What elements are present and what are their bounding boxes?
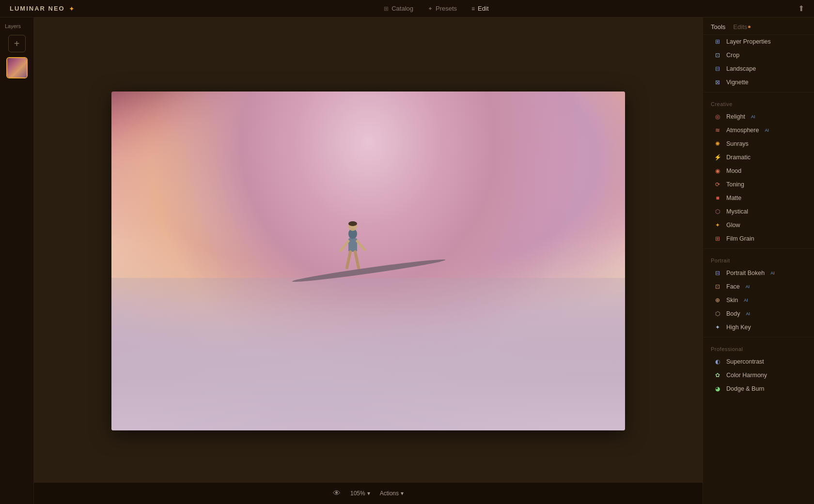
supercontrast-icon: ◐: [714, 358, 721, 366]
zoom-chevron-icon: ▾: [367, 490, 370, 497]
actions-label: Actions: [380, 490, 399, 497]
app-name: LUMINAR NEO: [10, 5, 65, 12]
matte-icon: ■: [714, 194, 721, 202]
image-canvas[interactable]: [111, 92, 625, 430]
skin-ai-badge: AI: [744, 298, 748, 303]
upload-icon[interactable]: ⬆: [798, 4, 804, 13]
right-sidebar-tabs: Tools Edits: [703, 17, 814, 35]
dodge-burn-icon: ◕: [714, 385, 721, 393]
edits-modified-dot: [748, 26, 751, 28]
creative-section-title: Creative: [711, 101, 733, 107]
tool-dramatic[interactable]: ⚡ Dramatic: [706, 151, 811, 164]
color-harmony-icon: ✿: [714, 371, 721, 379]
tool-skin[interactable]: ⊕ Skin AI: [706, 293, 811, 307]
landscape-icon: ⊟: [714, 65, 721, 73]
crop-icon: ⊡: [714, 51, 721, 59]
tool-toning-label: Toning: [726, 181, 744, 188]
tool-body[interactable]: ⬡ Body AI: [706, 307, 811, 321]
mood-icon: ◉: [714, 167, 721, 175]
creative-section-header: Creative: [703, 95, 814, 110]
layer-thumb-preview: [7, 58, 27, 77]
tool-portrait-bokeh[interactable]: ⊟ Portrait Bokeh AI: [706, 266, 811, 280]
face-icon: ⊡: [714, 283, 721, 290]
relight-icon: ◎: [714, 113, 721, 121]
vignette-icon: ⊠: [714, 78, 721, 86]
actions-chevron-icon: ▾: [401, 490, 404, 497]
tool-dodge-burn-label: Dodge & Burn: [726, 385, 765, 392]
tool-crop-label: Crop: [726, 52, 739, 59]
tool-vignette-label: Vignette: [726, 79, 749, 86]
presets-label: Presets: [436, 5, 457, 12]
portrait-bokeh-icon: ⊟: [714, 269, 721, 277]
layers-label: Layers: [0, 23, 21, 29]
eye-icon[interactable]: 👁: [333, 489, 341, 498]
catalog-icon: ⊞: [384, 5, 389, 12]
relight-ai-badge: AI: [751, 114, 755, 119]
tool-face-label: Face: [726, 283, 740, 290]
tool-relight[interactable]: ◎ Relight AI: [706, 110, 811, 123]
surfer-figure: [333, 217, 372, 296]
tool-layer-properties-label: Layer Properties: [726, 38, 771, 45]
tool-high-key[interactable]: ✦ High Key: [706, 321, 811, 334]
tab-edits[interactable]: Edits: [733, 23, 751, 31]
tool-supercontrast[interactable]: ◐ Supercontrast: [706, 355, 811, 368]
app-logo: LUMINAR NEO ✦: [10, 5, 75, 13]
tool-dodge-burn[interactable]: ◕ Dodge & Burn: [706, 382, 811, 396]
tool-mystical[interactable]: ⬡ Mystical: [706, 205, 811, 218]
tool-landscape[interactable]: ⊟ Landscape: [706, 62, 811, 76]
edits-label: Edits: [733, 23, 747, 31]
body-icon: ⬡: [714, 310, 721, 318]
tool-mood-label: Mood: [726, 168, 741, 174]
portrait-section-header: Portrait: [703, 252, 814, 266]
tool-sunrays-label: Sunrays: [726, 140, 749, 147]
tool-atmosphere[interactable]: ≋ Atmosphere AI: [706, 123, 811, 137]
tool-layer-properties[interactable]: ⊞ Layer Properties: [706, 35, 811, 48]
presets-icon: ✦: [428, 5, 433, 12]
canvas-area: 👁 105% ▾ Actions ▾: [34, 17, 703, 504]
tab-tools[interactable]: Tools: [711, 23, 725, 31]
tool-film-grain[interactable]: ⊞ Film Grain: [706, 232, 811, 245]
zoom-control[interactable]: 105% ▾: [350, 490, 370, 497]
tool-portrait-bokeh-label: Portrait Bokeh: [726, 270, 765, 276]
tool-face[interactable]: ⊡ Face AI: [706, 280, 811, 293]
tool-matte[interactable]: ■ Matte: [706, 191, 811, 205]
tool-dramatic-label: Dramatic: [726, 154, 751, 161]
layer-thumbnail[interactable]: [6, 57, 28, 78]
tool-mood[interactable]: ◉ Mood: [706, 164, 811, 178]
tool-toning[interactable]: ⟳ Toning: [706, 178, 811, 191]
atmosphere-icon: ≋: [714, 126, 721, 134]
nav-catalog[interactable]: ⊞ Catalog: [384, 5, 413, 12]
topbar: LUMINAR NEO ✦ ⊞ Catalog ✦ Presets ≡ Edit…: [0, 0, 814, 17]
tool-crop[interactable]: ⊡ Crop: [706, 48, 811, 62]
tool-vignette[interactable]: ⊠ Vignette: [706, 76, 811, 89]
actions-button[interactable]: Actions ▾: [380, 490, 404, 497]
divider-1: [703, 92, 814, 92]
svg-line-5: [357, 241, 365, 250]
tool-glow-label: Glow: [726, 222, 740, 229]
dramatic-icon: ⚡: [714, 153, 721, 161]
professional-section-title: Professional: [711, 346, 743, 352]
portrait-bokeh-ai-badge: AI: [770, 271, 775, 275]
right-sidebar: Tools Edits ⊞ Layer Properties ⊡ Crop ⊟ …: [703, 17, 814, 504]
tool-glow[interactable]: ✦ Glow: [706, 218, 811, 232]
professional-section-header: Professional: [703, 340, 814, 355]
add-layer-button[interactable]: +: [8, 35, 26, 52]
film-grain-icon: ⊞: [714, 235, 721, 243]
nav-presets[interactable]: ✦ Presets: [428, 5, 457, 12]
edit-icon: ≡: [471, 5, 475, 12]
tool-supercontrast-label: Supercontrast: [726, 358, 764, 365]
nav-edit[interactable]: ≡ Edit: [471, 5, 488, 12]
tool-sunrays[interactable]: ✺ Sunrays: [706, 137, 811, 151]
tool-high-key-label: High Key: [726, 324, 751, 331]
face-ai-badge: AI: [746, 284, 750, 289]
portrait-section-title: Portrait: [711, 258, 730, 263]
svg-point-2: [348, 221, 357, 226]
skin-icon: ⊕: [714, 296, 721, 304]
catalog-label: Catalog: [391, 5, 413, 12]
tool-landscape-label: Landscape: [726, 65, 756, 72]
tool-atmosphere-label: Atmosphere: [726, 127, 759, 134]
tool-color-harmony[interactable]: ✿ Color Harmony: [706, 368, 811, 382]
tool-body-label: Body: [726, 310, 740, 317]
svg-line-7: [355, 252, 359, 268]
tool-mystical-label: Mystical: [726, 208, 748, 215]
